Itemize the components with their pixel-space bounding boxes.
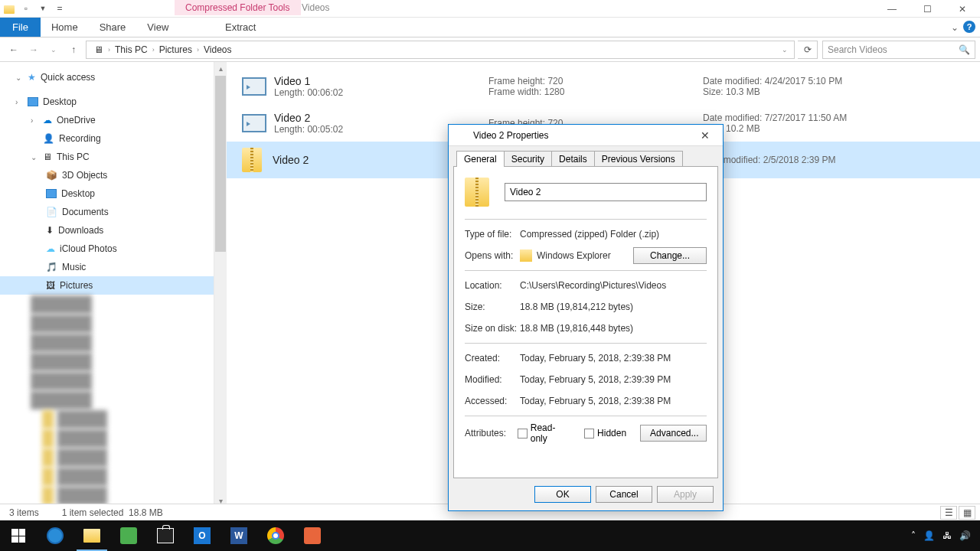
tab-previous-versions[interactable]: Previous Versions	[594, 151, 683, 167]
tree-quick-access[interactable]: ⌄★Quick access	[0, 68, 214, 86]
file-row[interactable]: Video 1 Length: 00:06:02 Frame height: 7…	[227, 68, 980, 105]
ribbon-collapse-icon[interactable]: ⌄	[951, 22, 959, 33]
cancel-button[interactable]: Cancel	[596, 486, 652, 503]
tray-people-icon[interactable]: 👤	[923, 530, 935, 541]
minimize-button[interactable]: —	[874, 0, 910, 18]
tree-item-redacted[interactable]	[0, 334, 214, 352]
modified-value: Today, February 5, 2018, 2:39:39 PM	[520, 374, 707, 385]
breadcrumb-pictures[interactable]: Pictures	[155, 44, 197, 55]
tree-item-redacted[interactable]	[0, 448, 214, 467]
tree-icloud[interactable]: ☁iCloud Photos	[0, 240, 214, 258]
system-tray[interactable]: ˄ 👤 🖧 🔊	[911, 520, 980, 551]
tree-thispc[interactable]: ⌄🖥This PC	[0, 148, 214, 166]
tray-volume-icon[interactable]: 🔊	[959, 530, 971, 541]
tree-item-redacted[interactable]	[0, 410, 214, 429]
maximize-button[interactable]: ☐	[910, 0, 945, 18]
created-value: Today, February 5, 2018, 2:39:38 PM	[520, 353, 707, 364]
qat-overflow-icon[interactable]: =	[54, 2, 66, 15]
taskbar-app-green[interactable]	[110, 520, 147, 551]
recent-dropdown-icon[interactable]: ⌄	[44, 41, 63, 59]
taskbar-store[interactable]	[147, 520, 184, 551]
search-input[interactable]: Search Videos 🔍	[822, 41, 975, 59]
tree-item-redacted[interactable]	[0, 468, 214, 486]
back-button[interactable]: ←	[5, 41, 23, 59]
tree-downloads[interactable]: ⬇Downloads	[0, 221, 214, 240]
change-button[interactable]: Change...	[633, 247, 707, 264]
refresh-button[interactable]: ⟳	[798, 41, 818, 59]
tree-item-redacted[interactable]	[0, 391, 214, 409]
apply-button[interactable]: Apply	[657, 486, 714, 503]
share-tab[interactable]: Share	[89, 18, 137, 37]
tree-item-redacted[interactable]	[0, 429, 214, 448]
tray-chevron-icon[interactable]: ˄	[911, 530, 916, 541]
tree-documents[interactable]: 📄Documents	[0, 203, 214, 221]
close-button[interactable]: ✕	[945, 0, 980, 18]
tree-onedrive[interactable]: ›☁OneDrive	[0, 111, 214, 129]
hidden-checkbox[interactable]: Hidden	[584, 428, 626, 439]
scrollbar[interactable]: ▴ ▾	[214, 62, 227, 507]
sizedisk-label: Size on disk:	[465, 323, 520, 334]
scroll-up-icon[interactable]: ▴	[219, 62, 223, 74]
tree-item-redacted[interactable]	[0, 315, 214, 333]
downloads-icon: ⬇	[46, 225, 54, 236]
sizedisk-value: 18.8 MB (19,816,448 bytes)	[520, 323, 707, 334]
taskbar-outlook[interactable]: O	[184, 520, 220, 551]
search-placeholder: Search Videos	[828, 44, 887, 55]
tree-item-redacted[interactable]	[0, 353, 214, 371]
file-tab[interactable]: File	[0, 18, 41, 37]
scroll-thumb[interactable]	[215, 76, 226, 252]
tiles-view-button[interactable]: ▦	[959, 506, 975, 520]
pictures-icon: 🖼	[46, 280, 55, 291]
tree-item-redacted[interactable]	[0, 372, 214, 390]
breadcrumb-thispc[interactable]: This PC	[110, 44, 152, 55]
dialog-titlebar[interactable]: Video 2 Properties ✕	[449, 125, 723, 146]
user-icon: 👤	[43, 133, 54, 144]
context-tab-compressed[interactable]: Compressed Folder Tools	[175, 0, 301, 15]
home-tab[interactable]: Home	[41, 18, 89, 37]
properties-qat-icon[interactable]: ▫	[20, 2, 32, 15]
advanced-button[interactable]: Advanced...	[640, 425, 707, 442]
title-videos: Videos	[291, 0, 340, 15]
desktop-icon	[28, 97, 38, 106]
up-button[interactable]: ↑	[64, 41, 83, 59]
dialog-close-button[interactable]: ✕	[694, 129, 717, 142]
breadcrumb[interactable]: 🖥 › This PC › Pictures › Videos ⌄	[86, 41, 795, 59]
tree-desktop[interactable]: ›Desktop	[0, 93, 214, 111]
breadcrumb-pc-icon[interactable]: 🖥	[90, 44, 108, 55]
tree-item-redacted[interactable]	[0, 295, 214, 314]
forward-button[interactable]: →	[24, 41, 43, 59]
qat-dropdown-icon[interactable]: ▼	[37, 2, 49, 15]
tree-music[interactable]: 🎵Music	[0, 258, 214, 276]
view-tab[interactable]: View	[136, 18, 179, 37]
tab-general[interactable]: General	[456, 151, 505, 167]
help-icon[interactable]: ?	[963, 21, 975, 33]
address-dropdown-icon[interactable]: ⌄	[782, 46, 791, 54]
details-view-button[interactable]: ☰	[940, 506, 957, 520]
taskbar-chrome[interactable]	[257, 520, 294, 551]
tree-desktop2[interactable]: Desktop	[0, 184, 214, 203]
filename-input[interactable]	[505, 183, 707, 201]
tray-network-icon[interactable]: 🖧	[942, 530, 952, 541]
navigation-pane: ⌄★Quick access ›Desktop ›☁OneDrive 👤Reco…	[0, 62, 214, 507]
readonly-checkbox[interactable]: Read-only	[518, 422, 570, 444]
documents-icon: 📄	[46, 207, 57, 217]
breadcrumb-videos[interactable]: Videos	[199, 44, 236, 55]
tree-pictures[interactable]: 🖼Pictures	[0, 276, 214, 295]
start-button[interactable]	[0, 520, 37, 551]
explorer-icon	[520, 249, 532, 262]
taskbar-explorer[interactable]	[74, 520, 110, 551]
window-titlebar: ▫ ▼ = Compressed Folder Tools Videos — ☐…	[0, 0, 980, 18]
tree-3dobjects[interactable]: 📦3D Objects	[0, 166, 214, 184]
video-thumb-icon	[242, 114, 266, 132]
taskbar-edge[interactable]	[37, 520, 74, 551]
tab-security[interactable]: Security	[504, 151, 552, 167]
tree-item-redacted[interactable]	[0, 487, 214, 505]
extract-tab[interactable]: Extract	[214, 18, 266, 37]
ok-button[interactable]: OK	[534, 486, 591, 503]
taskbar-word[interactable]: W	[220, 520, 257, 551]
folder-icon	[3, 2, 15, 15]
taskbar-app-orange[interactable]	[294, 520, 331, 551]
icloud-icon: ☁	[46, 243, 55, 254]
tree-recording[interactable]: 👤Recording	[0, 129, 214, 148]
tab-details[interactable]: Details	[551, 151, 595, 167]
